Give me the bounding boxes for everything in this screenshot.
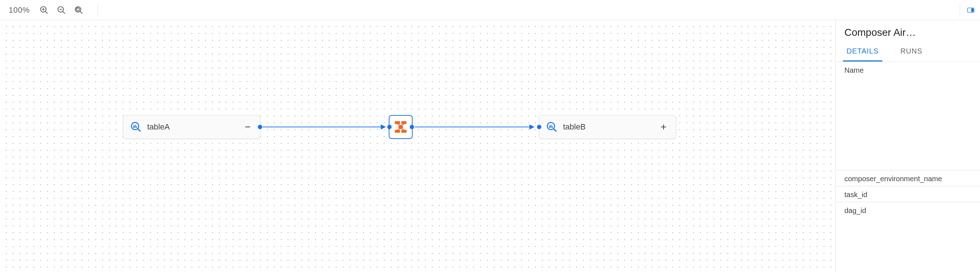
field-dag-id[interactable]: dag_id — [836, 202, 980, 218]
expand-icon[interactable]: + — [659, 122, 669, 132]
zoom-out-icon[interactable] — [56, 5, 67, 15]
main: tableA − — [0, 20, 980, 272]
details-panel: Composer Air… DETAILS RUNS Name composer… — [835, 20, 980, 272]
field-task-id[interactable]: task_id — [836, 186, 980, 202]
field-composer-environment-name[interactable]: composer_environment_name — [836, 170, 980, 186]
toolbar: 100% — [0, 0, 980, 20]
zoom-reset-icon[interactable] — [74, 5, 84, 15]
dataform-icon — [393, 120, 408, 134]
svg-rect-19 — [395, 130, 400, 133]
svg-rect-16 — [395, 121, 400, 124]
zoom-level-label: 100% — [9, 5, 30, 15]
node-table-b[interactable]: tableB + — [539, 115, 676, 139]
bigquery-icon — [546, 121, 557, 132]
svg-line-5 — [63, 11, 65, 14]
node-composer-task[interactable] — [389, 115, 413, 139]
svg-line-26 — [554, 129, 557, 132]
panel-fields: Name composer_environment_name task_id d… — [836, 62, 980, 272]
tab-details[interactable]: DETAILS — [843, 42, 882, 62]
svg-rect-29 — [552, 126, 553, 128]
svg-rect-18 — [399, 126, 403, 129]
svg-line-23 — [398, 129, 401, 130]
svg-rect-28 — [550, 125, 552, 128]
svg-rect-10 — [971, 8, 974, 12]
edge-a-to-center[interactable] — [262, 127, 385, 127]
svg-rect-13 — [134, 126, 135, 128]
zoom-in-icon[interactable] — [39, 5, 49, 15]
toolbar-separator — [98, 3, 98, 17]
svg-rect-15 — [136, 126, 137, 128]
svg-line-21 — [398, 124, 401, 126]
svg-rect-17 — [401, 121, 406, 124]
svg-rect-20 — [401, 130, 406, 133]
node-table-a[interactable]: tableA − — [123, 115, 260, 139]
edge-center-to-b[interactable] — [415, 127, 534, 127]
svg-line-22 — [401, 124, 404, 126]
svg-line-12 — [138, 129, 141, 132]
svg-rect-27 — [549, 126, 550, 128]
node-b-input-port[interactable] — [537, 125, 541, 129]
node-center-output-port[interactable] — [410, 125, 414, 129]
svg-line-8 — [80, 11, 83, 14]
panel-title: Composer Air… — [836, 20, 980, 42]
collapse-icon[interactable]: − — [243, 122, 253, 132]
tab-runs[interactable]: RUNS — [897, 42, 926, 62]
svg-rect-14 — [135, 125, 135, 128]
svg-line-1 — [46, 11, 48, 14]
panel-tabs: DETAILS RUNS — [836, 42, 980, 62]
node-a-output-port[interactable] — [258, 125, 262, 129]
bigquery-icon — [130, 121, 142, 132]
field-name[interactable]: Name — [836, 62, 980, 170]
panel-toggle-icon[interactable] — [960, 3, 974, 17]
node-b-label: tableB — [563, 122, 653, 132]
node-center-input-port[interactable] — [387, 125, 391, 129]
node-a-label: tableA — [147, 122, 237, 132]
pipeline-canvas[interactable]: tableA − — [0, 20, 835, 272]
svg-line-24 — [401, 129, 404, 130]
